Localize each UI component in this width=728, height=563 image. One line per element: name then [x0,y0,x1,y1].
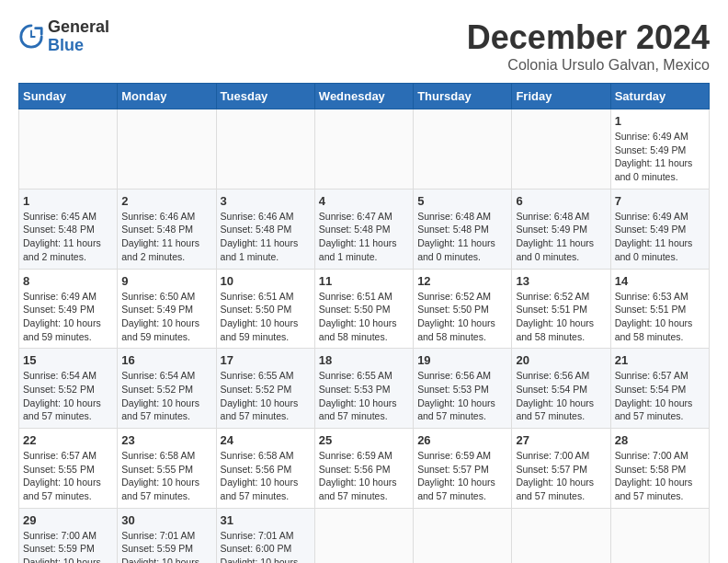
logo-text: General Blue [48,18,109,55]
day-number: 4 [319,194,409,208]
calendar-header-saturday: Saturday [610,84,709,109]
calendar-week-row: 22 Sunrise: 6:57 AMSunset: 5:55 PMDaylig… [19,429,710,509]
day-info: Sunrise: 6:47 AMSunset: 5:48 PMDaylight:… [319,211,397,262]
calendar-cell [512,508,610,563]
day-info: Sunrise: 6:55 AMSunset: 5:52 PMDaylight:… [221,370,299,421]
calendar-cell: 20 Sunrise: 6:56 AMSunset: 5:54 PMDaylig… [512,349,610,429]
header: General Blue December 2024 Colonia Ursul… [18,18,710,74]
calendar-header-thursday: Thursday [414,84,512,109]
day-info: Sunrise: 6:59 AMSunset: 5:56 PMDaylight:… [319,450,397,501]
day-number: 26 [417,433,507,447]
logo-general: General [48,18,109,37]
title-section: December 2024 Colonia Ursulo Galvan, Mex… [467,18,710,74]
day-number: 6 [516,194,606,208]
calendar-header-wednesday: Wednesday [314,84,413,109]
day-number: 10 [221,274,311,288]
day-number: 19 [417,353,507,367]
calendar-cell: 24 Sunrise: 6:58 AMSunset: 5:56 PMDaylig… [216,429,314,509]
calendar-cell: 18 Sunrise: 6:55 AMSunset: 5:53 PMDaylig… [314,349,413,429]
day-info: Sunrise: 6:57 AMSunset: 5:54 PMDaylight:… [615,370,693,421]
day-info: Sunrise: 6:54 AMSunset: 5:52 PMDaylight:… [23,370,101,421]
calendar-week-row: 1 Sunrise: 6:45 AMSunset: 5:48 PMDayligh… [19,189,710,269]
calendar-cell: 11 Sunrise: 6:51 AMSunset: 5:50 PMDaylig… [314,269,413,349]
day-number: 17 [221,353,311,367]
calendar-cell [610,508,709,563]
calendar-cell: 19 Sunrise: 6:56 AMSunset: 5:53 PMDaylig… [414,349,512,429]
day-number: 30 [121,513,211,527]
day-number: 7 [615,194,705,208]
calendar-header-sunday: Sunday [19,84,118,109]
calendar-cell [314,109,413,190]
day-info: Sunrise: 6:54 AMSunset: 5:52 PMDaylight:… [121,370,199,421]
day-info: Sunrise: 6:55 AMSunset: 5:53 PMDaylight:… [319,370,397,421]
day-number: 1 [23,194,113,208]
calendar-cell: 4 Sunrise: 6:47 AMSunset: 5:48 PMDayligh… [314,189,413,269]
calendar-cell [118,109,216,190]
calendar-cell: 29 Sunrise: 7:00 AMSunset: 5:59 PMDaylig… [19,508,118,563]
calendar-cell: 16 Sunrise: 6:54 AMSunset: 5:52 PMDaylig… [118,349,216,429]
day-info: Sunrise: 6:59 AMSunset: 5:57 PMDaylight:… [417,450,495,501]
calendar-week-row: 29 Sunrise: 7:00 AMSunset: 5:59 PMDaylig… [19,508,710,563]
calendar-cell: 30 Sunrise: 7:01 AMSunset: 5:59 PMDaylig… [118,508,216,563]
calendar-week-row: 8 Sunrise: 6:49 AMSunset: 5:49 PMDayligh… [19,269,710,349]
calendar-header-friday: Friday [512,84,610,109]
calendar-cell: 25 Sunrise: 6:59 AMSunset: 5:56 PMDaylig… [314,429,413,509]
day-info: Sunrise: 6:52 AMSunset: 5:51 PMDaylight:… [516,291,594,342]
day-info: Sunrise: 6:56 AMSunset: 5:53 PMDaylight:… [417,370,495,421]
day-number: 8 [23,274,113,288]
day-info: Sunrise: 6:58 AMSunset: 5:56 PMDaylight:… [221,450,299,501]
day-number: 23 [121,433,211,447]
calendar-cell: 1 Sunrise: 6:49 AMSunset: 5:49 PMDayligh… [610,109,709,190]
calendar-cell: 22 Sunrise: 6:57 AMSunset: 5:55 PMDaylig… [19,429,118,509]
day-info: Sunrise: 6:53 AMSunset: 5:51 PMDaylight:… [615,291,693,342]
day-number: 1 [615,114,705,128]
day-number: 15 [23,353,113,367]
day-number: 11 [319,274,409,288]
day-info: Sunrise: 6:46 AMSunset: 5:48 PMDaylight:… [121,211,199,262]
day-info: Sunrise: 6:52 AMSunset: 5:50 PMDaylight:… [417,291,495,342]
day-number: 29 [23,513,113,527]
calendar-cell: 14 Sunrise: 6:53 AMSunset: 5:51 PMDaylig… [610,269,709,349]
day-info: Sunrise: 6:49 AMSunset: 5:49 PMDaylight:… [615,131,693,182]
day-number: 22 [23,433,113,447]
calendar-cell [216,109,314,190]
day-number: 12 [417,274,507,288]
calendar-cell: 28 Sunrise: 7:00 AMSunset: 5:58 PMDaylig… [610,429,709,509]
calendar-cell: 9 Sunrise: 6:50 AMSunset: 5:49 PMDayligh… [118,269,216,349]
calendar-cell: 15 Sunrise: 6:54 AMSunset: 5:52 PMDaylig… [19,349,118,429]
day-info: Sunrise: 6:49 AMSunset: 5:49 PMDaylight:… [615,211,693,262]
calendar-header-row: SundayMondayTuesdayWednesdayThursdayFrid… [19,84,710,109]
day-info: Sunrise: 6:51 AMSunset: 5:50 PMDaylight:… [319,291,397,342]
day-info: Sunrise: 7:01 AMSunset: 5:59 PMDaylight:… [121,530,199,563]
calendar-cell [19,109,118,190]
location-title: Colonia Ursulo Galvan, Mexico [467,57,710,74]
calendar-table: SundayMondayTuesdayWednesdayThursdayFrid… [18,83,710,563]
calendar-cell: 12 Sunrise: 6:52 AMSunset: 5:50 PMDaylig… [414,269,512,349]
calendar-cell: 27 Sunrise: 7:00 AMSunset: 5:57 PMDaylig… [512,429,610,509]
calendar-cell: 6 Sunrise: 6:48 AMSunset: 5:49 PMDayligh… [512,189,610,269]
day-number: 28 [615,433,705,447]
logo: General Blue [18,18,109,55]
day-info: Sunrise: 7:00 AMSunset: 5:57 PMDaylight:… [516,450,594,501]
calendar-header-tuesday: Tuesday [216,84,314,109]
calendar-cell: 26 Sunrise: 6:59 AMSunset: 5:57 PMDaylig… [414,429,512,509]
day-number: 5 [417,194,507,208]
calendar-cell: 31 Sunrise: 7:01 AMSunset: 6:00 PMDaylig… [216,508,314,563]
calendar-cell [414,508,512,563]
day-info: Sunrise: 6:48 AMSunset: 5:48 PMDaylight:… [417,211,495,262]
logo-blue: Blue [48,37,109,55]
day-number: 3 [221,194,311,208]
day-number: 24 [221,433,311,447]
calendar-cell: 8 Sunrise: 6:49 AMSunset: 5:49 PMDayligh… [19,269,118,349]
day-info: Sunrise: 7:00 AMSunset: 5:59 PMDaylight:… [23,530,101,563]
calendar-cell: 10 Sunrise: 6:51 AMSunset: 5:50 PMDaylig… [216,269,314,349]
day-number: 27 [516,433,606,447]
calendar-cell [512,109,610,190]
day-number: 16 [121,353,211,367]
calendar-cell [414,109,512,190]
day-number: 2 [121,194,211,208]
calendar-cell: 2 Sunrise: 6:46 AMSunset: 5:48 PMDayligh… [118,189,216,269]
day-info: Sunrise: 6:50 AMSunset: 5:49 PMDaylight:… [121,291,199,342]
day-info: Sunrise: 6:58 AMSunset: 5:55 PMDaylight:… [121,450,199,501]
calendar-cell: 21 Sunrise: 6:57 AMSunset: 5:54 PMDaylig… [610,349,709,429]
